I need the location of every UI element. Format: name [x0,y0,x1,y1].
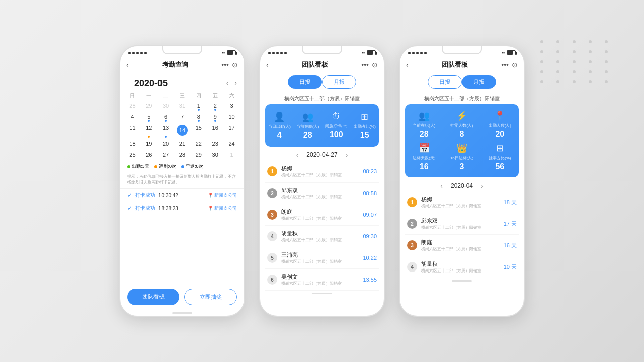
rank-badge-2: 2 [267,188,277,198]
more-icon[interactable]: ••• [221,61,229,69]
more-icon-2[interactable]: ••• [361,61,369,69]
stat-attendance: 👤 当日出勤(人) 4 [265,109,294,142]
legend-late: 迟到:0次 [154,163,177,170]
cal-day[interactable]: 17 [223,122,240,138]
prev-date-btn-3[interactable]: ‹ [440,182,443,190]
stat-days-3: 📅 达标天数(天) 16 [405,141,443,173]
stat-label-m1: 挂零人数(人) [450,123,473,128]
cal-day[interactable]: 3 [223,100,240,111]
bg-dots-decoration [540,40,614,83]
team-board-btn[interactable]: 团队看板 [127,289,179,305]
cal-day[interactable]: 26 [141,149,157,160]
phone3-header: ‹ 团队看板 ••• ⊙ [400,57,524,72]
rank-value-m3: 16 天 [504,242,517,249]
cal-day[interactable]: 10 [223,111,240,122]
cal-day[interactable]: 30 [207,149,223,160]
cal-day[interactable]: 22 [190,138,207,149]
stat-label-m4: 16日达标(人) [450,155,473,161]
stats-grid-monthly: 👥 当前在职(人) 28 ⚡ 挂零人数(人) 8 📍 出勤人数(人) 20 📅 … [405,104,519,177]
cal-day[interactable]: 16 [207,122,223,138]
tab-monthly-3[interactable]: 月报 [462,75,496,89]
cal-day[interactable]: 11 [124,122,141,138]
prev-month-btn[interactable]: ‹ [226,79,229,87]
cal-day[interactable]: 19 [141,138,157,149]
cal-day[interactable]: 25 [124,149,141,160]
cal-day[interactable]: 20 [157,138,174,149]
checkin-time-2: 18:38:23 [158,206,178,211]
cal-day[interactable]: 27 [157,149,174,160]
scroll-indicator-2 [312,293,332,294]
target-icon-2[interactable]: ⊙ [372,61,378,69]
stat-value-m4: 3 [460,162,464,171]
rank-sub-3: 横岗六区五十二部（方辰）阳销室 [281,216,359,221]
cal-day[interactable]: 9 [207,111,223,122]
cal-day[interactable]: 18 [124,138,141,149]
header-actions: ••• ⊙ [221,61,238,69]
cal-day[interactable]: 6 [157,111,174,122]
rank-item-m3: 3 朗庭 横岗六区五十二部（方辰）阳销室 16 天 [405,235,519,256]
target-icon-3[interactable]: ⊙ [512,61,518,69]
more-icon-3[interactable]: ••• [501,61,509,69]
battery-icon-3 [507,50,516,55]
phone2-title: 团队看板 [302,60,328,69]
tab-daily-3[interactable]: 日报 [428,75,462,89]
phone2-tabbar: 日报 月报 [260,72,384,92]
zeroratio-icon-3: ⊞ [496,143,504,154]
phones-container: ▪▪ ‹ 考勤查询 ••• ⊙ 2020-05 ‹ › 日 一 [119,45,525,317]
next-date-btn-2[interactable]: › [346,151,348,159]
cal-day[interactable]: 29 [141,100,157,111]
legend-attendance: 出勤:3天 [127,163,149,170]
back-icon-2[interactable]: ‹ [266,61,269,69]
target-icon[interactable]: ⊙ [232,61,238,69]
lottery-btn[interactable]: 立即抽奖 [184,289,237,305]
cal-day[interactable]: 31 [174,100,191,111]
stat-value-m3: 16 [420,162,429,171]
cal-day[interactable]: 15 [190,122,207,138]
phone1-header: ‹ 考勤查询 ••• ⊙ [120,57,244,72]
rank-item-2: 2 邱东双 横岗六区五十二部（方辰）阳销室 08:58 [265,183,379,204]
stat-label-m2: 出勤人数(人) [489,123,511,128]
tab-daily[interactable]: 日报 [288,75,322,89]
cal-day[interactable]: 1 [223,149,240,160]
cal-day[interactable]: 2 [207,100,223,111]
next-month-btn[interactable]: › [234,79,237,87]
cal-day[interactable]: 5 [141,111,157,122]
cal-day[interactable]: 13 [157,122,174,138]
rank-list-monthly: 1 杨姆 横岗六区五十二部（方辰）阳销室 18 天 2 邱东双 横岗六区五十二部… [400,192,524,278]
phone-team-daily: ▪▪ ‹ 团队看板 ••• ⊙ 日报 月报 横岗六区五十二部（方辰）阳销室 👤 … [259,45,385,317]
rank-name-m4: 胡量秋 [421,260,500,268]
cal-day[interactable]: 8 [190,111,207,122]
cal-day[interactable]: 28 [124,100,141,111]
month-nav: ‹ › [226,79,237,87]
cal-day[interactable]: 30 [157,100,174,111]
cal-day[interactable]: 28 [174,149,191,160]
back-icon[interactable]: ‹ [126,61,129,69]
signal-dots [128,52,147,54]
wifi-icon: ▪▪ [222,50,225,55]
rank-info-6: 吴创文 横岗六区五十二部（方辰）阳销室 [281,273,359,286]
cal-day[interactable]: 1 [190,100,207,111]
rank-name-4: 胡量秋 [281,230,359,237]
stat-value-0: 4 [277,131,282,140]
team-section-title-2: 横岗六区五十二部（方辰）阳销室 [260,92,384,104]
cal-day-today[interactable]: 14 [174,122,191,138]
phone-notch-2 [302,46,342,54]
rank-list-daily: 1 杨姆 横岗六区五十二部（方辰）阳销室 08:23 2 邱东双 横岗六区五十二… [260,161,384,291]
cal-day[interactable]: 24 [223,138,240,149]
cal-day[interactable]: 12 [141,122,157,138]
rank-info-1: 杨姆 横岗六区五十二部（方辰）阳销室 [281,165,359,178]
cal-day[interactable]: 23 [207,138,223,149]
tab-monthly[interactable]: 月报 [322,75,356,89]
back-icon-3[interactable]: ‹ [406,61,409,69]
stat-label-m3: 达标天数(天) [413,155,435,161]
cal-day[interactable]: 21 [174,138,191,149]
location-icon-1: 📍 [208,193,213,198]
cal-day[interactable]: 7 [174,111,191,122]
cal-day[interactable]: 4 [124,111,141,122]
phone1-title: 考勤查询 [162,60,188,69]
prev-date-btn-2[interactable]: ‹ [296,151,299,159]
next-date-btn-3[interactable]: › [481,182,484,190]
cal-day[interactable]: 29 [190,149,207,160]
checkin-item-2: ✓ 打卡成功 18:38:23 📍 新闻支公司 [120,202,244,215]
legend-early-label: 早退:0次 [186,163,203,170]
